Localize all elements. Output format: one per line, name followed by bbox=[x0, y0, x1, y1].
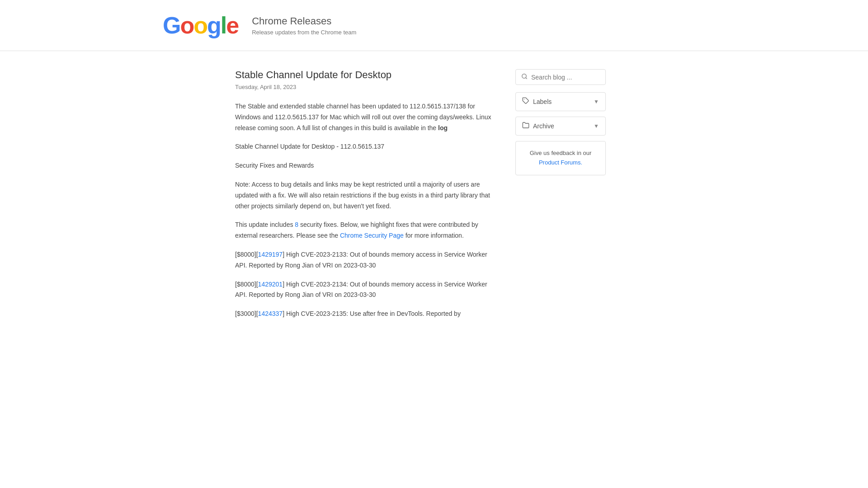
log-bold-link[interactable]: log bbox=[438, 124, 448, 131]
bug-2-reward: [$8000][ bbox=[235, 281, 258, 288]
sidebar: Labels ▼ Archive ▼ Give u bbox=[515, 69, 606, 328]
bug-3-id-link[interactable]: 1424337 bbox=[258, 310, 283, 317]
archive-widget: Archive ▼ bbox=[515, 117, 606, 136]
article-title: Stable Channel Update for Desktop bbox=[235, 69, 497, 81]
security-intro-pre: This update includes bbox=[235, 221, 293, 228]
archive-widget-header[interactable]: Archive ▼ bbox=[516, 117, 605, 135]
archive-label: Archive bbox=[533, 122, 554, 130]
logo-letter-l: l bbox=[221, 12, 226, 38]
main-container: Stable Channel Update for Desktop Tuesda… bbox=[163, 69, 705, 328]
logo-letter-e: e bbox=[226, 12, 238, 38]
bug-1-id-link[interactable]: 1429197 bbox=[258, 251, 283, 258]
logo-letter-o2: o bbox=[193, 12, 207, 38]
archive-chevron-icon: ▼ bbox=[594, 123, 599, 129]
update-line: Stable Channel Update for Desktop - 112.… bbox=[235, 141, 497, 152]
archive-icon bbox=[522, 122, 529, 131]
google-logo: Google bbox=[163, 14, 238, 37]
product-forums-link[interactable]: Product Forums. bbox=[539, 159, 582, 166]
feedback-text: Give us feedback in our bbox=[530, 150, 592, 156]
logo-letter-g2: g bbox=[207, 12, 221, 38]
site-header: Google Chrome Releases Release updates f… bbox=[0, 0, 868, 51]
paragraph-1-text: The Stable and extended stable channel h… bbox=[235, 103, 491, 131]
search-box[interactable] bbox=[515, 69, 606, 85]
feedback-box: Give us feedback in our Product Forums. bbox=[515, 141, 606, 175]
bug-2-id-link[interactable]: 1429201 bbox=[258, 281, 283, 288]
paragraph-1: The Stable and extended stable channel h… bbox=[235, 101, 497, 133]
header-text: Chrome Releases Release updates from the… bbox=[252, 15, 356, 36]
article-date: Tuesday, April 18, 2023 bbox=[235, 84, 497, 90]
article-body: The Stable and extended stable channel h… bbox=[235, 101, 497, 319]
security-intro-post: for more information. bbox=[406, 232, 464, 239]
logo-container: Google bbox=[163, 14, 238, 37]
logo-letter-o1: o bbox=[180, 12, 193, 38]
svg-line-1 bbox=[526, 78, 527, 79]
logo-letter-g: G bbox=[163, 12, 180, 38]
labels-widget-left: Labels bbox=[522, 97, 552, 106]
site-title: Chrome Releases bbox=[252, 15, 356, 27]
bug-1-reward: [$8000][ bbox=[235, 251, 258, 258]
site-subtitle: Release updates from the Chrome team bbox=[252, 29, 356, 36]
bug-entry-2: [$8000][1429201] High CVE-2023-2134: Out… bbox=[235, 279, 497, 301]
labels-label: Labels bbox=[533, 98, 552, 105]
labels-chevron-icon: ▼ bbox=[594, 99, 599, 105]
search-input[interactable] bbox=[531, 74, 600, 81]
label-icon bbox=[522, 97, 529, 106]
bug-entry-1: [$8000][1429197] High CVE-2023-2133: Out… bbox=[235, 249, 497, 271]
search-icon bbox=[521, 73, 528, 81]
bug-3-desc: ] High CVE-2023-2135: Use after free in … bbox=[283, 310, 461, 317]
archive-widget-left: Archive bbox=[522, 122, 554, 131]
security-count-link[interactable]: 8 bbox=[295, 221, 298, 228]
labels-widget-header[interactable]: Labels ▼ bbox=[516, 93, 605, 111]
article-content: Stable Channel Update for Desktop Tuesda… bbox=[235, 69, 497, 328]
note-paragraph: Note: Access to bug details and links ma… bbox=[235, 179, 497, 211]
bug-3-reward: [$3000][ bbox=[235, 310, 258, 317]
bug-entry-3: [$3000][1424337] High CVE-2023-2135: Use… bbox=[235, 309, 497, 319]
security-line: Security Fixes and Rewards bbox=[235, 160, 497, 171]
chrome-security-page-link[interactable]: Chrome Security Page bbox=[340, 232, 404, 239]
security-intro: This update includes 8 security fixes. B… bbox=[235, 220, 497, 241]
labels-widget: Labels ▼ bbox=[515, 92, 606, 111]
